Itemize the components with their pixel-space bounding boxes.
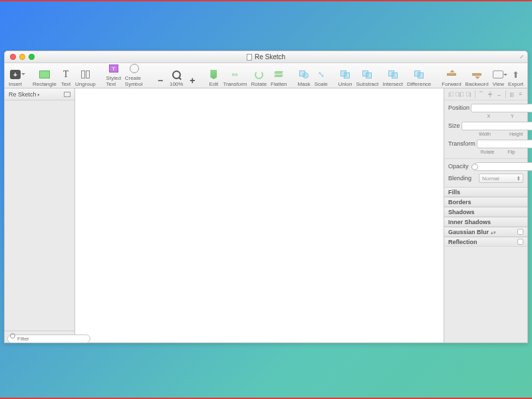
- zoom-in-button[interactable]: +: [187, 63, 198, 87]
- text-button[interactable]: TText: [61, 63, 71, 87]
- intersect-icon: [388, 70, 398, 78]
- traffic-lights: [5, 54, 35, 60]
- artboard-icon[interactable]: [64, 92, 70, 97]
- reflection-header[interactable]: Reflection: [444, 237, 527, 247]
- forward-button[interactable]: Forward: [442, 63, 461, 87]
- separator: [505, 90, 506, 98]
- title-text: Re Sketch: [255, 53, 285, 61]
- intersect-button[interactable]: Intersect: [382, 63, 403, 87]
- insert-button[interactable]: +Insert: [9, 63, 22, 87]
- layers-panel: Re Sketch ◫ ↖0: [5, 88, 75, 342]
- opacity-field[interactable]: [475, 162, 532, 171]
- rotate-field[interactable]: [477, 140, 532, 148]
- view-button[interactable]: View: [493, 63, 504, 87]
- canvas[interactable]: [75, 88, 444, 342]
- export-icon: ⬆: [510, 69, 521, 80]
- distribute-v-button[interactable]: ≡: [517, 90, 525, 98]
- minus-icon: −: [155, 75, 166, 86]
- transform-button[interactable]: ⇔Transform: [223, 63, 247, 87]
- rotate-icon: [255, 70, 263, 79]
- layers-list[interactable]: [5, 100, 74, 331]
- forward-icon: [447, 73, 456, 76]
- edit-button[interactable]: Edit: [208, 63, 219, 87]
- window-title: Re Sketch: [247, 53, 285, 61]
- document-icon: [247, 54, 252, 61]
- export-button[interactable]: ⬆Export: [508, 63, 523, 87]
- gaussian-blur-header[interactable]: Gaussian Blur ▴▾: [444, 227, 527, 237]
- window-body: Re Sketch ◫ ↖0 |⎕ ⎕|⎕ ⎕| ⎺ ╪ ⎽: [5, 88, 527, 342]
- geometry-section: Position XY Size 🔒 WidthHeight Transform: [444, 100, 527, 158]
- align-left-button[interactable]: |⎕: [447, 90, 455, 98]
- view-icon: [493, 70, 503, 78]
- align-center-h-button[interactable]: ⎕|⎕: [456, 90, 464, 98]
- blur-checkbox[interactable]: [517, 229, 523, 235]
- width-field[interactable]: [462, 122, 532, 130]
- backward-button[interactable]: Backword: [466, 63, 489, 87]
- blending-label: Blending: [448, 175, 476, 182]
- subtract-button[interactable]: Substract: [356, 63, 379, 87]
- guide-line-top: [0, 0, 532, 1]
- position-x-field[interactable]: [471, 104, 532, 112]
- rectangle-icon: [39, 70, 50, 78]
- minimize-button[interactable]: [19, 54, 25, 60]
- inspector-panel: |⎕ ⎕|⎕ ⎕| ⎺ ╪ ⎽ ||| ≡ Position XY S: [444, 88, 527, 342]
- shadows-header[interactable]: Shadows: [444, 207, 527, 217]
- size-label: Size: [448, 122, 460, 129]
- filter-input[interactable]: [7, 334, 90, 343]
- titlebar[interactable]: Re Sketch ⤢: [5, 51, 527, 63]
- appearance-section: Opacity Blending Normal▴▾: [444, 158, 527, 187]
- filter-wrapper: [7, 331, 90, 343]
- chevron-updown-icon: ▴▾: [491, 230, 496, 235]
- styled-text-icon: T: [109, 65, 118, 72]
- transform-label: Transform: [448, 140, 475, 147]
- text-icon: T: [61, 69, 71, 80]
- page-name: Re Sketch: [9, 91, 40, 98]
- ungroup-button[interactable]: Ungroup: [75, 63, 96, 87]
- styled-text-button[interactable]: TStyled Text: [106, 63, 121, 87]
- ungroup-icon: [81, 70, 90, 78]
- magnifier-icon: [172, 70, 181, 79]
- close-button[interactable]: [10, 54, 16, 60]
- borders-header[interactable]: Borders: [444, 197, 527, 207]
- rectangle-button[interactable]: Rectangle: [33, 63, 57, 87]
- align-center-v-button[interactable]: ╪: [486, 90, 494, 98]
- create-symbol-button[interactable]: Create Symbol: [125, 63, 144, 87]
- scale-icon: ⤡: [316, 69, 327, 80]
- difference-button[interactable]: Difference: [407, 63, 431, 87]
- blending-select[interactable]: Normal▴▾: [479, 174, 523, 183]
- filter-bar: ◫ ↖0: [5, 331, 74, 342]
- plus-icon: +: [10, 70, 21, 79]
- union-icon: [340, 70, 350, 78]
- align-controls: |⎕ ⎕|⎕ ⎕| ⎺ ╪ ⎽ ||| ≡: [444, 88, 527, 100]
- plus-icon: +: [187, 75, 198, 86]
- app-window: Re Sketch ⤢ +Insert Rectangle TText Ungr…: [4, 51, 528, 343]
- align-right-button[interactable]: ⎕|: [465, 90, 473, 98]
- reflection-checkbox[interactable]: [517, 239, 523, 245]
- chevron-updown-icon: ▴▾: [517, 176, 520, 181]
- union-button[interactable]: Union: [338, 63, 352, 87]
- zoom-button[interactable]: [29, 54, 35, 60]
- separator: [475, 90, 475, 98]
- symbol-icon: [130, 64, 139, 73]
- zoom-out-button[interactable]: −: [155, 63, 166, 87]
- page-selector[interactable]: Re Sketch: [5, 88, 74, 100]
- flatten-icon: [275, 71, 283, 78]
- distribute-h-button[interactable]: |||: [507, 90, 515, 98]
- subtract-icon: [362, 70, 372, 78]
- zoom-level[interactable]: 100%: [170, 63, 183, 87]
- pencil-icon: [210, 70, 217, 79]
- fills-header[interactable]: Fills: [444, 187, 527, 197]
- flatten-button[interactable]: Flatten: [271, 63, 287, 87]
- mask-button[interactable]: Mask: [298, 63, 311, 87]
- difference-icon: [414, 70, 424, 78]
- scale-button[interactable]: ⤡Scale: [315, 63, 328, 87]
- align-top-button[interactable]: ⎺: [477, 90, 485, 98]
- toolbar: +Insert Rectangle TText Ungroup TStyled …: [5, 63, 527, 88]
- transform-icon: ⇔: [229, 69, 240, 80]
- rotate-button[interactable]: Rotate: [251, 63, 267, 87]
- inner-shadows-header[interactable]: Inner Shadows: [444, 217, 527, 227]
- backward-icon: [472, 73, 481, 76]
- align-bottom-button[interactable]: ⎽: [495, 90, 503, 98]
- mask-icon: [299, 70, 309, 78]
- fullscreen-icon[interactable]: ⤢: [518, 54, 525, 61]
